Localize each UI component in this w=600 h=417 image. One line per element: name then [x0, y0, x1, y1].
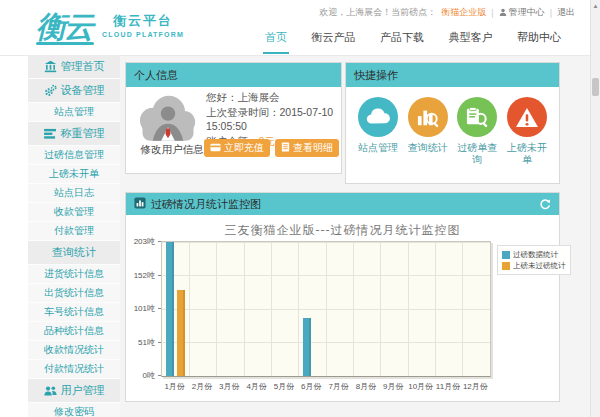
gridline — [189, 242, 190, 376]
sidebar-item-9[interactable]: 付款管理 — [28, 222, 120, 241]
gridline — [298, 242, 299, 376]
sidebar-item-17[interactable]: 用户管理 — [28, 379, 120, 403]
sidebar-item-label: 车号统计信息 — [44, 305, 104, 319]
last-login-time: 15:05:50 — [206, 119, 333, 134]
sidebar-item-10[interactable]: 查询统计 — [28, 241, 120, 265]
sidebar-item-14[interactable]: 品种统计信息 — [28, 322, 120, 341]
y-tick-label: 152吨 — [125, 269, 155, 280]
sidebar-item-label: 付款管理 — [54, 224, 94, 238]
profile-panel: 个人信息 修改用户信息 您好：上海展会 上次登录时间：2015-07-10 — [125, 62, 342, 174]
gridline — [380, 242, 381, 376]
current-station-link[interactable]: 衡猫企业版 — [441, 6, 486, 19]
gridline — [216, 242, 217, 376]
chart-panel-header: 过磅情况月统计监控图 — [126, 193, 559, 215]
chart-panel-title: 过磅情况月统计监控图 — [151, 197, 261, 212]
quick-action-label: 站点管理 — [354, 142, 402, 154]
quick-panel-header: 快捷操作 — [346, 63, 559, 87]
x-tick-label: 1月份 — [161, 381, 189, 392]
list-icon — [44, 127, 57, 140]
brand-subtitle: CLOUD PLATFORM — [102, 31, 184, 38]
sidebar-item-16[interactable]: 付款情况统计 — [28, 360, 120, 379]
quick-panel-title: 快捷操作 — [354, 68, 398, 83]
warning-icon — [507, 97, 547, 137]
bank-icon — [44, 60, 57, 73]
sidebar-item-11[interactable]: 进货统计信息 — [28, 265, 120, 284]
gridline — [353, 242, 354, 376]
gears-icon — [44, 84, 57, 97]
gridline — [435, 242, 436, 376]
x-tick-label: 12月份 — [461, 381, 489, 392]
sidebar-item-3[interactable]: 站点管理 — [28, 103, 120, 122]
logo-glyph: 衡云 — [36, 4, 94, 45]
view-detail-button[interactable]: 查看明细 — [275, 139, 339, 157]
sidebar-item-6[interactable]: 上磅未开单 — [28, 165, 120, 184]
recharge-button[interactable]: 立即充值 — [204, 139, 270, 157]
vertical-scrollbar[interactable]: ▲ — [590, 0, 600, 417]
card-icon — [210, 143, 221, 154]
sidebar-item-8[interactable]: 收款管理 — [28, 203, 120, 222]
scrollbar-up-arrow[interactable]: ▲ — [591, 1, 600, 11]
separator: | — [491, 8, 493, 18]
refresh-icon[interactable] — [538, 198, 551, 211]
logout-link[interactable]: 退出 — [557, 6, 575, 19]
admin-center-link[interactable]: 管理中心 — [499, 6, 545, 19]
cloud-icon — [358, 97, 398, 137]
document-search-icon — [457, 97, 497, 137]
sidebar-item-label: 站点管理 — [54, 105, 94, 119]
sidebar-item-label: 称重管理 — [61, 126, 105, 141]
chart-panel: 过磅情况月统计监控图 三友衡猫企业版---过磅情况月统计监控图 过磅数据统计上磅… — [125, 192, 560, 402]
x-tick-label: 11月份 — [434, 381, 462, 392]
sidebar-item-1[interactable]: 管理首页 — [28, 55, 120, 79]
nav-tab-3[interactable]: 产品下载 — [378, 27, 426, 54]
x-tick-label: 6月份 — [297, 381, 325, 392]
gridline — [244, 242, 245, 376]
last-login-label: 上次登录时间： — [206, 106, 280, 118]
sidebar-item-label: 品种统计信息 — [44, 324, 104, 338]
nav-tab-1[interactable]: 首页 — [263, 27, 289, 54]
x-tick-label: 10月份 — [407, 381, 435, 392]
gridline — [408, 242, 409, 376]
person-icon — [499, 8, 507, 18]
quick-action-1[interactable]: 站点管理 — [354, 97, 402, 166]
y-tick-label: 203吨 — [125, 236, 155, 247]
legend-swatch — [502, 262, 510, 270]
legend-swatch — [502, 251, 510, 259]
legend-label: 上磅未过磅统计 — [513, 260, 566, 271]
sidebar-item-label: 站点日志 — [54, 186, 94, 200]
welcome-text: 欢迎，上海展会！当前磅点： — [319, 6, 436, 19]
brand-title: 衡云平台 — [113, 12, 173, 30]
quick-action-label: 过磅单查询 — [453, 142, 501, 166]
quick-action-2[interactable]: 查询统计 — [404, 97, 452, 166]
x-tick-label: 4月份 — [243, 381, 271, 392]
sidebar-item-7[interactable]: 站点日志 — [28, 184, 120, 203]
nav-tab-2[interactable]: 衡云产品 — [310, 27, 358, 54]
sidebar-item-label: 设备管理 — [61, 83, 105, 98]
user-status-bar: 欢迎，上海展会！当前磅点： 衡猫企业版 | 管理中心 | 退出 — [319, 6, 575, 19]
sidebar-item-4[interactable]: 称重管理 — [28, 122, 120, 146]
sidebar-item-label: 收款管理 — [54, 205, 94, 219]
sidebar-item-label: 上磅未开单 — [49, 167, 99, 181]
chart-search-icon — [408, 97, 448, 137]
x-tick-label: 5月份 — [270, 381, 298, 392]
legend-item-1[interactable]: 过磅数据统计 — [502, 249, 566, 260]
y-tick-label: 101吨 — [125, 303, 155, 314]
quick-action-3[interactable]: 过磅单查询 — [453, 97, 501, 166]
nav-tab-4[interactable]: 典型客户 — [447, 27, 495, 54]
quick-action-4[interactable]: 上磅未开单 — [503, 97, 551, 166]
sidebar-item-2[interactable]: 设备管理 — [28, 79, 120, 103]
chart-legend: 过磅数据统计上磅未过磅统计 — [497, 245, 571, 275]
sidebar-item-5[interactable]: 过磅信息管理 — [28, 146, 120, 165]
nav-tab-5[interactable]: 帮助中心 — [515, 27, 563, 54]
sidebar-item-18[interactable]: 修改密码 — [28, 403, 120, 417]
sidebar-item-label: 修改密码 — [54, 405, 94, 417]
scrollbar-thumb[interactable] — [592, 78, 599, 96]
bar-过磅数据统计-1月份 — [166, 242, 174, 376]
legend-item-2[interactable]: 上磅未过磅统计 — [502, 260, 566, 271]
sidebar-item-15[interactable]: 收款情况统计 — [28, 341, 120, 360]
y-tick-label: 51吨 — [125, 336, 155, 347]
sidebar-item-label: 付款情况统计 — [44, 362, 104, 376]
sidebar-item-12[interactable]: 出货统计信息 — [28, 284, 120, 303]
brand-logo[interactable]: 衡云 衡云平台 CLOUD PLATFORM — [36, 4, 184, 45]
detail-list-icon — [281, 142, 290, 154]
sidebar-item-13[interactable]: 车号统计信息 — [28, 303, 120, 322]
